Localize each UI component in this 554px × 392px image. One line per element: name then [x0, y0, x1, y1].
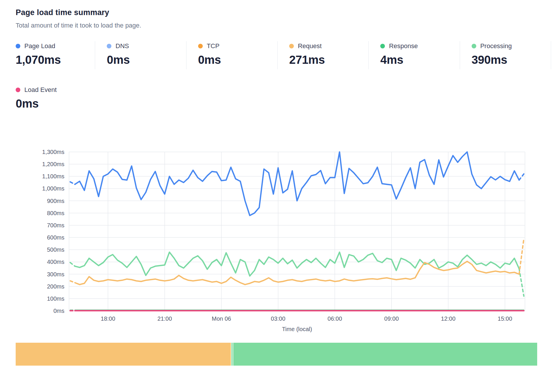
x-axis-tick-label: 21:00 [157, 315, 172, 322]
x-axis-tick-label: 12:00 [441, 315, 455, 322]
y-axis-tick-label: 500ms [47, 246, 64, 253]
y-axis-tick-label: 100ms [47, 295, 64, 302]
metric-dns: DNS 0ms [95, 41, 186, 69]
y-axis-tick-label: 800ms [47, 210, 64, 216]
metrics-row-2: Load Event 0ms [16, 85, 551, 113]
y-axis-tick-label: 300ms [47, 271, 64, 277]
request-share [16, 343, 231, 366]
series-processing[interactable] [75, 252, 519, 276]
processing-share [233, 343, 537, 366]
metric-tcp: TCP 0ms [186, 41, 277, 69]
metric-label: Response [389, 42, 418, 50]
metric-label: TCP [207, 42, 220, 50]
response-dot-icon [380, 44, 385, 48]
series-page-load[interactable] [75, 152, 519, 215]
metric-label: Request [298, 42, 322, 50]
divider-sliver [231, 343, 232, 366]
load-event-dot-icon [16, 88, 20, 92]
metric-label: Processing [480, 42, 512, 50]
y-axis-tick-label: 1,300ms [42, 149, 64, 155]
chart-svg[interactable]: 0ms100ms200ms300ms400ms500ms600ms700ms80… [16, 143, 538, 335]
y-axis-tick-label: 400ms [47, 259, 64, 265]
page-load-dot-icon [16, 44, 20, 48]
page-load-time-chart[interactable]: 0ms100ms200ms300ms400ms500ms600ms700ms80… [16, 143, 538, 336]
x-axis-tick-label: 03:00 [271, 315, 285, 322]
y-axis-tick-label: 1,200ms [42, 161, 64, 167]
y-axis-tick-label: 900ms [47, 198, 64, 204]
metric-value: 4ms [380, 53, 459, 66]
x-axis-tick-label: 15:00 [498, 315, 512, 322]
x-axis-tick-label: 09:00 [384, 315, 399, 322]
metric-request: Request 271ms [277, 41, 368, 69]
summary-bar [16, 343, 538, 366]
y-axis-tick-label: 600ms [47, 234, 64, 241]
series-request[interactable] [519, 239, 524, 274]
y-axis-tick-label: 1,100ms [42, 173, 64, 179]
processing-dot-icon [472, 44, 476, 48]
x-axis-tick-label: Mon 06 [212, 315, 231, 322]
metric-value: 0ms [107, 53, 186, 66]
dns-dot-icon [107, 44, 111, 48]
request-dot-icon [289, 44, 294, 48]
metric-response: Response 4ms [368, 41, 459, 69]
metric-value: 0ms [16, 97, 105, 110]
metrics-row: Page Load 1,070ms DNS 0ms TCP 0ms Reques… [16, 41, 551, 69]
metric-label: DNS [115, 42, 129, 50]
metric-value: 271ms [289, 53, 368, 66]
series-request[interactable] [70, 281, 75, 283]
series-processing[interactable] [70, 263, 75, 266]
metric-page-load: Page Load 1,070ms [16, 41, 95, 69]
series-page-load[interactable] [70, 182, 75, 184]
y-axis-tick-label: 200ms [47, 283, 64, 290]
page-subtitle: Total amount of time it took to load the… [16, 21, 554, 30]
x-axis-tick-label: 06:00 [327, 315, 342, 322]
x-axis-title: Time (local) [282, 326, 312, 332]
page-title: Page load time summary [16, 8, 554, 17]
metric-label: Load Event [24, 86, 57, 94]
x-axis-tick-label: 18:00 [101, 315, 115, 322]
tcp-dot-icon [198, 44, 203, 48]
y-axis-tick-label: 700ms [47, 222, 64, 228]
metric-value: 390ms [472, 53, 551, 66]
metric-value: 1,070ms [16, 53, 95, 66]
series-page-load[interactable] [519, 174, 524, 180]
metric-processing: Processing 390ms [460, 41, 551, 69]
y-axis-tick-label: 1,000ms [42, 185, 64, 192]
metric-value: 0ms [198, 53, 277, 66]
metric-load-event: Load Event 0ms [16, 85, 105, 113]
y-axis-tick-label: 0ms [53, 308, 64, 314]
metric-label: Page Load [24, 42, 55, 50]
